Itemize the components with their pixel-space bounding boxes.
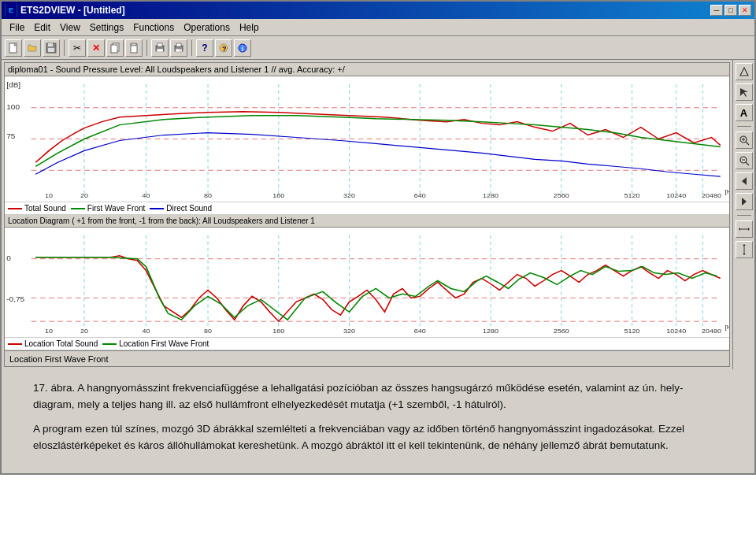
help-button[interactable]: ? (196, 39, 213, 57)
svg-text:40: 40 (143, 192, 150, 199)
svg-rect-8 (132, 43, 136, 46)
menu-item-operations[interactable]: Operations (179, 20, 235, 35)
location-total-label: Location Total Sound (24, 339, 98, 348)
svg-rect-6 (111, 45, 117, 53)
svg-text:5120: 5120 (624, 192, 640, 199)
title-bar: E ETS2DVIEW - [Untitled] ─ □ ✕ (2, 2, 754, 19)
svg-text:20480: 20480 (702, 328, 721, 335)
arrow-button-1[interactable] (736, 63, 753, 80)
main-area: diploma01 - Sound Pressure Level: All Lo… (2, 60, 754, 369)
svg-text:10: 10 (45, 328, 53, 335)
svg-text:1280: 1280 (483, 192, 498, 199)
svg-marker-90 (742, 177, 747, 185)
new-button[interactable] (5, 39, 22, 57)
svg-text:100: 100 (6, 102, 20, 110)
cursor-button[interactable] (736, 83, 753, 101)
svg-text:2560: 2560 (554, 328, 569, 335)
svg-text:10: 10 (45, 192, 53, 199)
status-bar: Location First Wave Front (5, 350, 729, 366)
close-button[interactable]: ✕ (739, 5, 751, 16)
zoom-in-button[interactable] (736, 131, 753, 149)
direct-sound-color (150, 208, 164, 209)
expand-h-button[interactable] (736, 220, 753, 238)
upper-chart-svg: [dB] 100 75 (5, 76, 729, 202)
menu-item-view[interactable]: View (55, 20, 85, 35)
lower-chart-svg: 0 -0,75 (5, 228, 729, 337)
svg-marker-91 (742, 198, 747, 206)
delete-button[interactable]: ✕ (87, 39, 105, 57)
svg-marker-82 (740, 88, 748, 97)
info-button[interactable]: i (234, 39, 251, 57)
svg-text:640: 640 (414, 192, 426, 199)
menu-item-help[interactable]: Help (235, 20, 264, 35)
app-icon: E (5, 4, 17, 17)
help2-button[interactable]: ? (215, 39, 232, 57)
svg-text:0: 0 (6, 254, 11, 261)
svg-text:20: 20 (80, 192, 88, 199)
menu-item-settings[interactable]: Settings (85, 20, 128, 35)
location-total-color (8, 343, 22, 345)
svg-rect-51 (5, 228, 729, 337)
svg-text:20: 20 (80, 328, 88, 335)
svg-rect-14 (176, 49, 182, 52)
svg-text:10240: 10240 (666, 192, 686, 199)
upper-legend-bar: Total Sound First Wave Front Direct Soun… (5, 202, 729, 215)
total-sound-color (8, 208, 22, 209)
print-button[interactable] (151, 39, 169, 57)
toolbar: ✂ ✕ ! ? ? i (2, 36, 754, 60)
pan-left-button[interactable] (736, 172, 753, 190)
cut-button[interactable]: ✂ (69, 39, 86, 57)
chart-container: diploma01 - Sound Pressure Level: All Lo… (2, 60, 732, 369)
svg-line-84 (746, 142, 749, 145)
svg-text:640: 640 (414, 328, 426, 335)
svg-marker-97 (743, 254, 746, 255)
title-bar-controls: ─ □ ✕ (710, 5, 751, 16)
svg-rect-13 (176, 43, 181, 46)
location-first-wave-label: Location First Wave Front (119, 339, 209, 348)
app-window: E ETS2DVIEW - [Untitled] ─ □ ✕ FileEditV… (0, 0, 756, 475)
print2-button[interactable]: ! (170, 39, 187, 57)
open-button[interactable] (24, 39, 41, 57)
copy-button[interactable] (106, 39, 124, 57)
svg-marker-93 (739, 228, 740, 231)
total-sound-label: Total Sound (24, 204, 66, 213)
menu-item-file[interactable]: File (5, 20, 29, 35)
menu-item-edit[interactable]: Edit (29, 20, 55, 35)
first-wave-label: First Wave Front (87, 204, 146, 213)
direct-sound-label: Direct Sound (166, 204, 212, 213)
restore-button[interactable]: □ (724, 5, 737, 16)
status-text: Location First Wave Front (9, 354, 109, 364)
save-button[interactable] (43, 39, 60, 57)
toolbar-sep-1 (64, 40, 65, 56)
menu-item-functions[interactable]: Functions (128, 20, 179, 35)
window-title: ETS2DVIEW - [Untitled] (20, 5, 125, 16)
right-panel: A (732, 60, 754, 369)
svg-text:40: 40 (143, 328, 150, 335)
svg-rect-4 (48, 48, 54, 52)
first-wave-color (71, 208, 85, 209)
svg-text:80: 80 (204, 328, 212, 335)
svg-text:5120: 5120 (624, 328, 640, 335)
svg-text:1280: 1280 (483, 328, 498, 335)
svg-text:[dB]: [dB] (6, 80, 20, 88)
svg-rect-3 (48, 43, 53, 46)
svg-text:160: 160 (272, 192, 284, 199)
zoom-button[interactable]: A (736, 104, 753, 121)
zoom-out-button[interactable] (736, 152, 753, 169)
legend-location-first-wave: Location First Wave Front (102, 339, 209, 348)
legend-direct-sound: Direct Sound (150, 204, 212, 213)
text-content: 17. ábra. A hangnyomásszint frekvenciafü… (2, 369, 754, 473)
minimize-button[interactable]: ─ (710, 5, 723, 16)
svg-text:-0,75: -0,75 (6, 295, 24, 303)
svg-text:320: 320 (343, 192, 355, 199)
lower-legend-bar: Location Total Sound Location First Wave… (5, 338, 729, 350)
paste-button[interactable] (125, 39, 143, 57)
legend-first-wave: First Wave Front (71, 204, 146, 213)
lower-chart: 0 -0,75 (5, 228, 729, 338)
location-first-wave-color (102, 343, 117, 345)
expand-v-button[interactable] (736, 241, 753, 258)
pan-right-button[interactable] (736, 193, 753, 210)
svg-text:160: 160 (272, 328, 284, 335)
svg-text:[Hz]: [Hz] (724, 188, 729, 195)
legend-total-sound: Total Sound (8, 204, 66, 213)
